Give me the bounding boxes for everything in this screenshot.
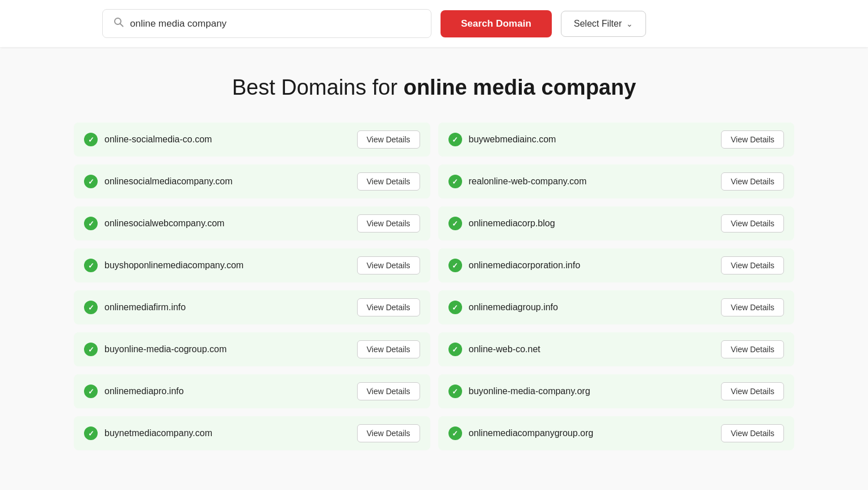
view-details-button[interactable]: View Details [721,298,784,316]
check-icon [448,343,462,356]
main-content: Best Domains for online media company on… [0,47,868,473]
domain-left: online-web-co.net [448,343,540,356]
search-domain-button[interactable]: Search Domain [441,10,552,37]
domain-name: onlinesocialwebcompany.com [104,218,224,229]
domain-left: buyonline-media-company.org [448,385,590,398]
view-details-button[interactable]: View Details [357,298,420,316]
check-icon [84,259,98,272]
domain-name: onlinemediacorp.blog [469,218,555,229]
domain-name: onlinemediacompanygroup.org [469,428,594,438]
domain-name: online-web-co.net [469,344,540,354]
domains-grid: online-socialmedia-co.comView Detailsbuy… [74,122,794,450]
check-icon [448,217,462,230]
domain-name: buyonline-media-company.org [469,386,590,396]
domain-left: onlinesocialmediacompany.com [84,175,233,188]
select-filter-button[interactable]: Select Filter ⌄ [561,11,646,37]
domain-name: buynetmediacompany.com [104,428,212,438]
filter-label: Select Filter [574,19,622,29]
view-details-button[interactable]: View Details [721,424,784,442]
view-details-button[interactable]: View Details [357,172,420,191]
view-details-button[interactable]: View Details [721,130,784,149]
view-details-button[interactable]: View Details [721,340,784,358]
domain-name: buywebmediainc.com [469,134,556,145]
domain-item: online-socialmedia-co.comView Details [74,122,430,157]
domain-left: onlinemediacorp.blog [448,217,555,230]
domain-left: onlinemediapro.info [84,385,184,398]
view-details-button[interactable]: View Details [357,382,420,400]
domain-item: buyonline-media-company.orgView Details [438,374,795,408]
search-input[interactable] [130,18,421,29]
check-icon [84,133,98,146]
view-details-button[interactable]: View Details [721,172,784,191]
check-icon [84,217,98,230]
check-icon [84,385,98,398]
check-icon [448,175,462,188]
top-bar: Search Domain Select Filter ⌄ [0,0,868,47]
chevron-down-icon: ⌄ [626,19,633,28]
domain-name: buyshoponlinemediacompany.com [104,260,244,271]
domain-item: onlinemediapro.infoView Details [74,374,430,408]
domain-item: buyonline-media-cogroup.comView Details [74,332,430,366]
domain-name: buyonline-media-cogroup.com [104,344,227,354]
title-prefix: Best Domains for [232,75,404,99]
domain-item: realonline-web-company.comView Details [438,164,795,198]
domain-left: onlinesocialwebcompany.com [84,217,224,230]
domain-left: buywebmediainc.com [448,133,556,146]
domain-left: buyshoponlinemediacompany.com [84,259,244,272]
domain-name: online-socialmedia-co.com [104,134,212,145]
domain-name: onlinemediacorporation.info [469,260,581,271]
domain-name: onlinesocialmediacompany.com [104,176,233,187]
check-icon [448,385,462,398]
domain-item: onlinesocialwebcompany.comView Details [74,206,430,240]
search-icon [113,16,124,31]
check-icon [84,301,98,314]
domain-left: online-socialmedia-co.com [84,133,212,146]
check-icon [84,175,98,188]
view-details-button[interactable]: View Details [357,214,420,233]
domain-left: onlinemediacorporation.info [448,259,581,272]
domain-name: realonline-web-company.com [469,176,587,187]
domain-item: buyshoponlinemediacompany.comView Detail… [74,248,430,282]
domain-item: onlinemediacompanygroup.orgView Details [438,416,795,450]
view-details-button[interactable]: View Details [721,214,784,233]
domain-left: onlinemediafirm.info [84,301,186,314]
domain-left: onlinemediagroup.info [448,301,558,314]
domain-item: buywebmediainc.comView Details [438,122,795,157]
domain-left: buyonline-media-cogroup.com [84,343,227,356]
domain-item: onlinesocialmediacompany.comView Details [74,164,430,198]
domain-item: onlinemediagroup.infoView Details [438,290,795,324]
check-icon [448,301,462,314]
domain-name: onlinemediapro.info [104,386,184,396]
domain-item: online-web-co.netView Details [438,332,795,366]
view-details-button[interactable]: View Details [357,256,420,274]
page-title: Best Domains for online media company [74,75,794,100]
domain-left: realonline-web-company.com [448,175,587,188]
domain-name: onlinemediagroup.info [469,302,558,312]
domain-left: buynetmediacompany.com [84,426,212,440]
view-details-button[interactable]: View Details [721,382,784,400]
domain-item: onlinemediacorp.blogView Details [438,206,795,240]
domain-item: buynetmediacompany.comView Details [74,416,430,450]
title-bold: online media company [404,75,636,99]
check-icon [84,426,98,440]
view-details-button[interactable]: View Details [357,424,420,442]
check-icon [448,259,462,272]
view-details-button[interactable]: View Details [721,256,784,274]
domain-name: onlinemediafirm.info [104,302,186,312]
domain-left: onlinemediacompanygroup.org [448,426,594,440]
search-box [102,9,431,38]
view-details-button[interactable]: View Details [357,130,420,149]
domain-item: onlinemediafirm.infoView Details [74,290,430,324]
svg-line-1 [120,24,123,27]
check-icon [84,343,98,356]
check-icon [448,426,462,440]
domain-item: onlinemediacorporation.infoView Details [438,248,795,282]
check-icon [448,133,462,146]
view-details-button[interactable]: View Details [357,340,420,358]
